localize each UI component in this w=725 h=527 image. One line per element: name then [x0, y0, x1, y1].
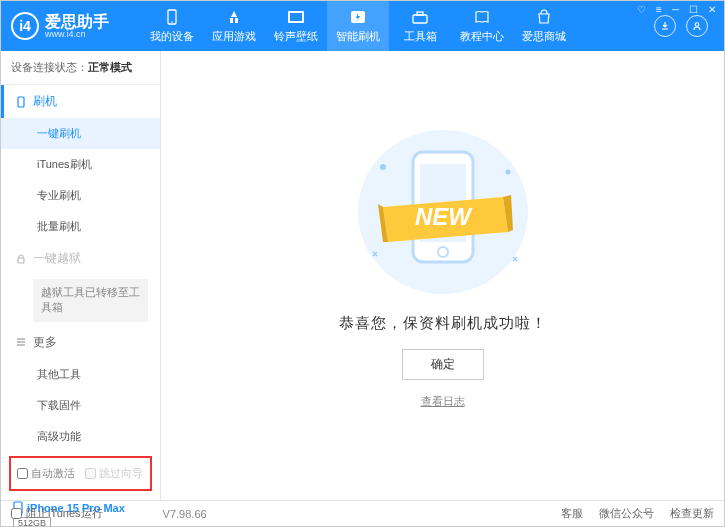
footer-check-update[interactable]: 检查更新 [670, 506, 714, 521]
success-message: 恭喜您，保资料刷机成功啦！ [339, 314, 547, 333]
menu-icon [15, 336, 27, 348]
nav-smart-flash[interactable]: 智能刷机 [327, 1, 389, 51]
nav-toolbox[interactable]: 工具箱 [389, 1, 451, 51]
flash-icon [348, 8, 368, 26]
sidebar-section-jailbreak: 一键越狱 [1, 242, 160, 275]
app-subtitle: www.i4.cn [45, 30, 109, 39]
nav-store[interactable]: 爱思商城 [513, 1, 575, 51]
version-label: V7.98.66 [163, 508, 207, 520]
device-status: 设备连接状态：正常模式 [1, 51, 160, 85]
minimize-icon[interactable]: ─ [670, 4, 681, 15]
book-icon [472, 8, 492, 26]
svg-rect-3 [290, 13, 302, 21]
store-icon [534, 8, 554, 26]
svg-point-16 [380, 164, 386, 170]
sidebar-item-itunes-flash[interactable]: iTunes刷机 [1, 149, 160, 180]
app-title: 爱思助手 [45, 14, 109, 30]
phone-icon [15, 96, 27, 108]
svg-rect-8 [18, 97, 24, 107]
sidebar-section-more[interactable]: 更多 [1, 326, 160, 359]
gift-icon[interactable]: ♡ [635, 4, 648, 15]
image-icon [286, 8, 306, 26]
sidebar-section-flash[interactable]: 刷机 [1, 85, 160, 118]
jailbreak-note: 越狱工具已转移至工具箱 [33, 279, 148, 322]
logo: i4 爱思助手 www.i4.cn [11, 12, 141, 40]
success-illustration: NEW [333, 112, 553, 302]
menu-icon[interactable]: ≡ [654, 4, 664, 15]
nav-my-device[interactable]: 我的设备 [141, 1, 203, 51]
nav-apps[interactable]: 应用游戏 [203, 1, 265, 51]
device-icon [162, 8, 182, 26]
svg-text:NEW: NEW [415, 203, 473, 230]
footer-support[interactable]: 客服 [561, 506, 583, 521]
auto-activate-checkbox[interactable]: 自动激活 [17, 466, 75, 481]
nav-ringtones[interactable]: 铃声壁纸 [265, 1, 327, 51]
apps-icon [224, 8, 244, 26]
footer-wechat[interactable]: 微信公众号 [599, 506, 654, 521]
svg-point-1 [171, 21, 173, 23]
nav-tutorials[interactable]: 教程中心 [451, 1, 513, 51]
view-log-link[interactable]: 查看日志 [421, 394, 465, 409]
svg-rect-6 [417, 12, 423, 15]
block-itunes-checkbox[interactable]: 阻止iTunes运行 [11, 506, 103, 521]
skip-guide-checkbox[interactable]: 跳过向导 [85, 466, 143, 481]
sidebar-options-box: 自动激活 跳过向导 [9, 456, 152, 491]
ok-button[interactable]: 确定 [402, 349, 484, 380]
maximize-icon[interactable]: ☐ [687, 4, 700, 15]
lock-icon [15, 253, 27, 265]
close-icon[interactable]: ✕ [706, 4, 718, 15]
sidebar-item-pro-flash[interactable]: 专业刷机 [1, 180, 160, 211]
sidebar-item-other-tools[interactable]: 其他工具 [1, 359, 160, 390]
logo-icon: i4 [11, 12, 39, 40]
user-button[interactable] [686, 15, 708, 37]
svg-rect-9 [18, 258, 24, 263]
svg-point-7 [695, 23, 699, 27]
sidebar-item-advanced[interactable]: 高级功能 [1, 421, 160, 452]
sidebar-item-onekey-flash[interactable]: 一键刷机 [1, 118, 160, 149]
toolbox-icon [410, 8, 430, 26]
svg-rect-5 [413, 15, 427, 23]
download-button[interactable] [654, 15, 676, 37]
svg-point-17 [505, 170, 510, 175]
sidebar-item-download-firmware[interactable]: 下载固件 [1, 390, 160, 421]
sidebar-item-batch-flash[interactable]: 批量刷机 [1, 211, 160, 242]
